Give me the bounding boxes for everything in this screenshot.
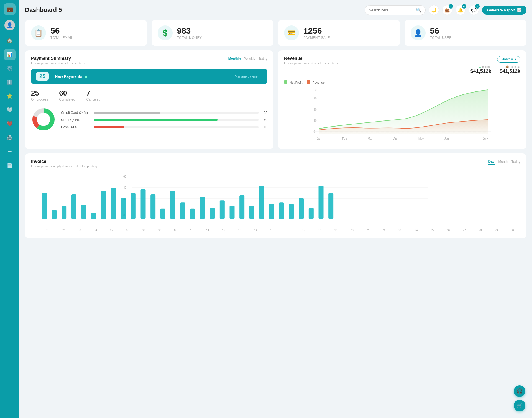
email-icon: 📋 <box>31 25 46 40</box>
income-item: ▲ Income $41,512k <box>470 65 491 74</box>
generate-report-button[interactable]: Generate Report 📈 <box>482 6 526 15</box>
tab-today[interactable]: Today <box>259 56 267 61</box>
sidebar-item-analytics[interactable]: 📊 <box>4 49 16 60</box>
net-profit-label: Net Profit <box>290 81 302 84</box>
revenue-chart: 0 30 60 90 120 <box>284 87 520 142</box>
sidebar-item-star[interactable]: ⭐ <box>4 90 16 102</box>
completed-num: 60 <box>59 89 75 98</box>
email-num: 56 <box>50 27 73 35</box>
svg-rect-42 <box>180 202 185 219</box>
page-title: Dashboard 5 <box>25 6 62 14</box>
sidebar-item-heart[interactable]: 🤍 <box>4 104 16 116</box>
payment-icon: 💳 <box>284 25 299 40</box>
invoice-bars-container: 0102030405060708091011121314151617181920… <box>31 175 520 233</box>
svg-rect-49 <box>249 206 254 219</box>
payment-tabs: Monthly Weekly Today <box>228 56 267 61</box>
sidebar-item-menu[interactable]: ☰ <box>4 146 16 157</box>
upi-bar-bg <box>94 119 259 121</box>
tab-month[interactable]: Month <box>498 159 508 165</box>
payment-stats-row: 25 On process 60 Completed 7 Canceled <box>31 89 267 101</box>
cart-fab[interactable]: 🛒 <box>514 400 525 411</box>
revenue-dot <box>307 80 310 84</box>
sidebar-item-heart2[interactable]: ❤️ <box>4 118 16 130</box>
dark-mode-btn[interactable]: 🌙 <box>429 5 439 15</box>
support-fab[interactable]: 🎧 <box>514 385 525 397</box>
payment-num: 1256 <box>303 27 330 35</box>
payment-count-badge: 25 <box>36 72 49 81</box>
svg-rect-57 <box>328 193 333 219</box>
payment-summary-titles: Payment Summary Lorem ipsum dolor sit am… <box>31 56 85 65</box>
payment-summary-subtitle: Lorem ipsum dolor sit amet, consectetur <box>31 61 85 65</box>
svg-rect-52 <box>279 202 284 219</box>
main-content: Dashboard 5 🔍 🌙 👜 2 🔔 12 💬 5 Generate Re… <box>19 0 532 418</box>
search-box[interactable]: 🔍 <box>365 5 426 15</box>
cash-val: 10 <box>261 125 267 129</box>
svg-rect-37 <box>131 193 136 219</box>
income-value: $41,512k <box>470 68 491 74</box>
payment-banner: 25 New Payments Manage payment › <box>31 69 267 84</box>
content-grid: Payment Summary Lorem ipsum dolor sit am… <box>25 50 526 149</box>
stat-money-info: 983 TOTAL MONEY <box>177 27 202 40</box>
sidebar-item-docs[interactable]: 📄 <box>4 160 16 171</box>
credit-card-val: 25 <box>261 111 267 115</box>
header: Dashboard 5 🔍 🌙 👜 2 🔔 12 💬 5 Generate Re… <box>25 5 526 15</box>
svg-text:90: 90 <box>314 97 317 100</box>
svg-text:120: 120 <box>314 89 318 92</box>
tab-weekly[interactable]: Weekly <box>244 56 255 61</box>
sidebar-item-settings[interactable]: ⚙️ <box>4 63 16 74</box>
avatar[interactable]: 👤 <box>4 20 15 30</box>
invoice-x-labels: 0102030405060708091011121314151617181920… <box>39 229 520 232</box>
svg-rect-41 <box>170 191 175 219</box>
income-expense: ▲ Income $41,512k 📦 Expense $41,512k <box>470 65 520 74</box>
cash-label: Cash (41%) <box>61 125 91 129</box>
svg-text:May: May <box>418 137 424 140</box>
upi-val: 60 <box>261 118 267 122</box>
payment-summary-header: Payment Summary Lorem ipsum dolor sit am… <box>31 56 267 65</box>
sidebar-item-print[interactable]: 🖨️ <box>4 132 16 143</box>
revenue-card: Revenue Lorem ipsum dolor sit amet, cons… <box>278 50 526 149</box>
money-label: TOTAL MONEY <box>177 36 202 40</box>
manage-payment-link[interactable]: Manage payment › <box>235 75 262 78</box>
stat-canceled: 7 Canceled <box>86 89 100 101</box>
svg-rect-30 <box>62 206 66 219</box>
svg-rect-35 <box>111 188 116 219</box>
sidebar-item-home[interactable]: 🏠 <box>4 35 16 47</box>
income-label: ▲ Income <box>470 65 491 68</box>
payment-methods: Credit Card (24%) 25 UPI ID (41%) 60 <box>31 107 267 133</box>
user-num: 56 <box>430 27 452 35</box>
wallet-btn[interactable]: 👜 2 <box>442 5 452 15</box>
tab-monthly[interactable]: Monthly <box>228 56 241 61</box>
stat-email-info: 56 TOTAL EMAIL <box>50 27 73 40</box>
sidebar-item-info[interactable]: ℹ️ <box>4 76 16 88</box>
search-icon: 🔍 <box>416 7 421 13</box>
user-label: TOTAL USER <box>430 36 452 40</box>
payment-label: PAYMENT SALE <box>303 36 330 40</box>
tab-day[interactable]: Day <box>488 159 495 165</box>
stat-user-info: 56 TOTAL USER <box>430 27 452 40</box>
svg-rect-40 <box>160 209 165 219</box>
on-process-num: 25 <box>31 89 48 98</box>
money-icon: 💲 <box>158 25 173 40</box>
svg-text:July: July <box>483 137 488 140</box>
app-logo[interactable]: 💼 <box>4 3 16 15</box>
header-actions: 🔍 🌙 👜 2 🔔 12 💬 5 Generate Report 📈 <box>365 5 526 15</box>
expense-item: 📦 Expense $41,512k <box>500 65 520 74</box>
search-input[interactable] <box>369 8 414 12</box>
stat-completed: 60 Completed <box>59 89 75 101</box>
revenue-title: Revenue <box>284 56 338 61</box>
net-profit-legend: Net Profit <box>284 80 302 85</box>
bell-btn[interactable]: 🔔 12 <box>456 5 466 15</box>
sidebar: 💼 👤 🏠 📊 ⚙️ ℹ️ ⭐ 🤍 ❤️ 🖨️ ☰ 📄 <box>0 0 19 418</box>
expense-label: 📦 Expense <box>500 65 520 68</box>
revenue-legend: Revenue <box>307 80 325 85</box>
email-label: TOTAL EMAIL <box>50 36 73 40</box>
svg-rect-53 <box>289 204 294 219</box>
canceled-label: Canceled <box>86 98 100 101</box>
revenue-monthly-dropdown[interactable]: Monthly ▾ <box>497 56 520 63</box>
revenue-titles: Revenue Lorem ipsum dolor sit amet, cons… <box>284 56 338 65</box>
invoice-header: Invoice Lorem ipsum is simply dummy text… <box>31 159 520 168</box>
revenue-header: Revenue Lorem ipsum dolor sit amet, cons… <box>284 56 520 77</box>
tab-today[interactable]: Today <box>511 159 520 165</box>
revenue-subtitle: Lorem ipsum dolor sit amet, consectetur <box>284 61 338 65</box>
chat-btn[interactable]: 💬 5 <box>469 5 479 15</box>
